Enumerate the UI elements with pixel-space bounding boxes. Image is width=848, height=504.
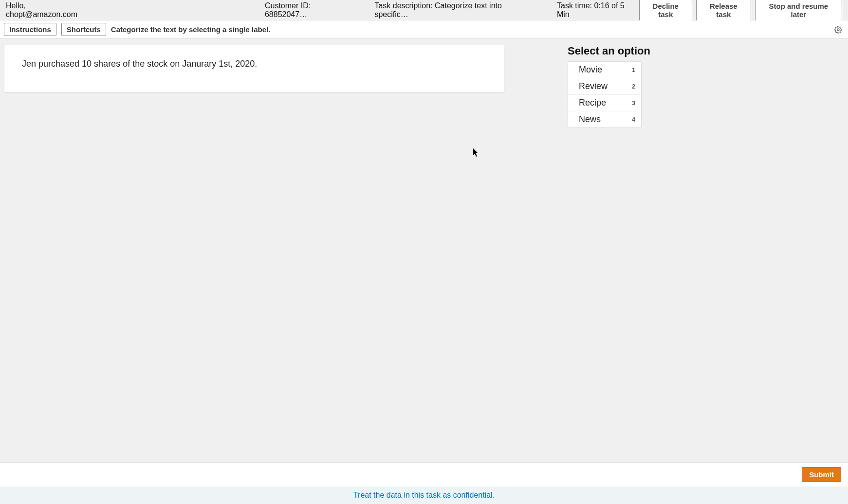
main: Jen purchased 10 shares of the stock on … xyxy=(0,39,848,462)
confidential-bar: Treat the data in this task as confident… xyxy=(0,486,848,504)
instructions-button[interactable]: Instructions xyxy=(4,23,56,36)
options-title: Select an option xyxy=(568,45,650,57)
task-text: Jen purchased 10 shares of the stock on … xyxy=(22,59,257,69)
option-movie[interactable]: Movie 1 xyxy=(568,62,641,78)
top-bar: Hello, chopt@amazon.com Customer ID: 688… xyxy=(0,0,848,20)
customer-id-text: Customer ID: 68852047… xyxy=(265,1,355,19)
top-bar-actions: Decline task Release task Stop and resum… xyxy=(639,0,842,21)
option-review[interactable]: Review 2 xyxy=(568,78,641,95)
confidential-text: Treat the data in this task as confident… xyxy=(353,491,495,500)
options-list: Movie 1 Review 2 Recipe 3 News 4 xyxy=(568,61,642,128)
stop-resume-button[interactable]: Stop and resume later xyxy=(755,0,842,21)
decline-task-button[interactable]: Decline task xyxy=(639,0,692,21)
option-shortcut: 2 xyxy=(632,83,635,90)
submit-button[interactable]: Submit xyxy=(802,467,841,482)
svg-point-0 xyxy=(837,29,839,31)
option-label: Recipe xyxy=(579,98,606,108)
top-bar-left: Hello, chopt@amazon.com Customer ID: 688… xyxy=(6,1,639,19)
option-label: Movie xyxy=(579,65,602,75)
task-description-text: Task description: Categorize text into s… xyxy=(374,1,537,19)
footer-submit: Submit xyxy=(0,462,848,486)
option-recipe[interactable]: Recipe 3 xyxy=(568,95,641,111)
option-label: Review xyxy=(579,81,608,91)
task-time-text: Task time: 0:16 of 5 Min xyxy=(557,1,639,19)
option-news[interactable]: News 4 xyxy=(568,111,641,127)
options-panel: Select an option Movie 1 Review 2 Recipe… xyxy=(568,45,650,456)
option-shortcut: 4 xyxy=(632,116,635,123)
option-label: News xyxy=(579,114,601,125)
toolbar-hint: Categorize the text by selecting a singl… xyxy=(111,25,271,34)
shortcuts-button[interactable]: Shortcuts xyxy=(61,23,106,36)
toolbar: Instructions Shortcuts Categorize the te… xyxy=(0,20,848,39)
top-bar-info: Customer ID: 68852047… Task description:… xyxy=(265,1,639,19)
text-panel: Jen purchased 10 shares of the stock on … xyxy=(4,45,504,92)
release-task-button[interactable]: Release task xyxy=(696,0,751,21)
gear-icon[interactable] xyxy=(834,26,842,34)
option-shortcut: 3 xyxy=(632,100,635,107)
greeting-text: Hello, chopt@amazon.com xyxy=(6,1,99,19)
option-shortcut: 1 xyxy=(632,67,635,73)
